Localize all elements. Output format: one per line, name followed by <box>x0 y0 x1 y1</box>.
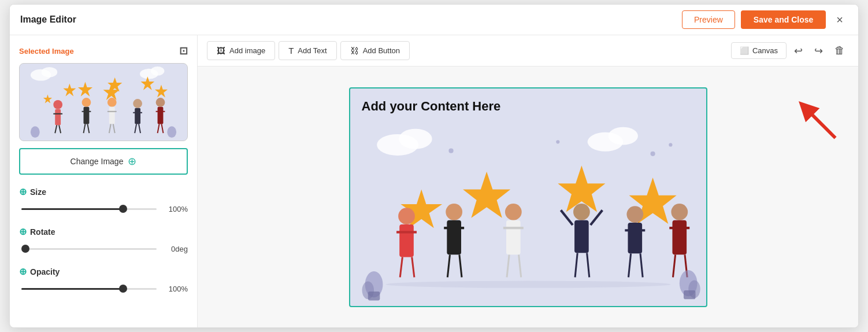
close-button[interactable]: × <box>832 12 848 28</box>
svg-point-4 <box>151 67 165 76</box>
svg-rect-87 <box>368 292 380 300</box>
canvas-button[interactable]: ⬜ Canvas <box>731 42 787 59</box>
add-text-button[interactable]: T Add Text <box>279 41 337 60</box>
svg-rect-88 <box>683 290 695 298</box>
svg-point-45 <box>556 140 559 143</box>
image-editor-modal: Image Editor Preview Save and Close × Se… <box>9 4 859 328</box>
add-image-icon: 🖼 <box>217 46 225 56</box>
svg-rect-74 <box>628 222 642 253</box>
rotate-label: Rotate <box>30 227 55 237</box>
canvas-toolbar: 🖼 Add image T Add Text ⛓ Add Button ⬜ Ca… <box>198 35 858 67</box>
svg-point-67 <box>573 204 590 220</box>
svg-rect-58 <box>447 220 461 254</box>
opacity-icon: ⊕ <box>19 266 27 277</box>
svg-point-37 <box>31 126 40 138</box>
plus-circle-icon: ⊕ <box>128 155 136 168</box>
svg-point-2 <box>42 67 58 78</box>
svg-point-89 <box>385 281 670 287</box>
canvas-svg <box>350 120 706 306</box>
rotate-slider-row: 0deg <box>19 243 188 254</box>
svg-rect-32 <box>158 107 164 124</box>
svg-rect-53 <box>399 224 414 257</box>
opacity-slider[interactable] <box>21 283 157 294</box>
add-button-label: Add Button <box>363 46 400 55</box>
selected-image-section: Selected Image ⊡ <box>19 45 188 57</box>
add-button-button[interactable]: ⛓ Add Button <box>340 41 410 60</box>
preview-button[interactable]: Preview <box>682 10 735 29</box>
canvas-content: Add your Content Here <box>198 67 858 327</box>
svg-point-26 <box>133 99 142 108</box>
canvas-content-text: Add your Content Here <box>362 99 501 114</box>
change-image-button[interactable]: Change Image ⊕ <box>19 148 188 175</box>
selected-image-label: Selected Image <box>19 47 74 56</box>
add-text-icon: T <box>288 46 294 56</box>
canvas-area: 🖼 Add image T Add Text ⛓ Add Button ⬜ Ca… <box>198 35 858 327</box>
svg-point-44 <box>448 148 453 153</box>
add-button-icon: ⛓ <box>350 46 359 56</box>
modal-body: Selected Image ⊡ <box>10 35 858 327</box>
svg-point-8 <box>53 100 62 109</box>
rotate-slider[interactable] <box>21 243 157 254</box>
canvas-icon: ⬜ <box>740 46 749 55</box>
svg-point-73 <box>626 206 643 223</box>
svg-point-78 <box>671 204 688 220</box>
size-value: 100% <box>164 205 188 213</box>
svg-point-43 <box>608 127 637 145</box>
opacity-slider-row: 100% <box>19 283 188 294</box>
svg-rect-15 <box>84 107 90 124</box>
header-actions: Preview Save and Close × <box>682 10 848 29</box>
canvas-btn-group: ⬜ Canvas ↩ ↪ 🗑 <box>731 42 849 60</box>
svg-point-52 <box>398 208 415 224</box>
svg-line-91 <box>806 108 835 138</box>
undo-button[interactable]: ↩ <box>790 42 807 60</box>
add-image-button[interactable]: 🖼 Add image <box>207 41 275 60</box>
svg-rect-68 <box>574 220 589 252</box>
svg-rect-79 <box>672 220 687 254</box>
rotate-icon: ⊕ <box>19 226 27 237</box>
opacity-label: Opacity <box>30 267 60 276</box>
svg-point-47 <box>669 143 672 146</box>
canvas-label: Canvas <box>752 46 778 55</box>
svg-rect-9 <box>55 109 61 126</box>
redo-button[interactable]: ↪ <box>810 42 827 60</box>
canvas-illustration <box>350 120 706 306</box>
svg-rect-63 <box>506 220 521 254</box>
svg-point-41 <box>399 128 432 149</box>
svg-point-31 <box>156 98 165 107</box>
rotate-section: ⊕ Rotate <box>19 226 188 237</box>
svg-point-20 <box>107 98 117 107</box>
sidebar: Selected Image ⊡ <box>10 35 198 327</box>
svg-point-62 <box>505 204 521 220</box>
svg-point-57 <box>446 204 462 220</box>
opacity-section: ⊕ Opacity <box>19 266 188 277</box>
change-image-label: Change Image <box>71 157 124 166</box>
svg-point-38 <box>167 126 176 138</box>
add-image-label: Add image <box>229 46 265 55</box>
size-icon: ⊕ <box>19 186 27 197</box>
size-section: ⊕ Size <box>19 186 188 197</box>
save-close-button[interactable]: Save and Close <box>741 10 826 29</box>
modal-title: Image Editor <box>20 14 76 25</box>
add-text-label: Add Text <box>298 46 327 55</box>
opacity-value: 100% <box>164 285 188 293</box>
image-preview <box>19 63 188 141</box>
rotate-value: 0deg <box>164 245 188 253</box>
svg-point-46 <box>650 151 655 156</box>
canvas-frame[interactable]: Add your Content Here <box>349 87 707 307</box>
size-slider-row: 100% <box>19 203 188 215</box>
size-label: Size <box>30 187 46 197</box>
delete-button[interactable]: 🗑 <box>830 42 849 60</box>
size-slider[interactable] <box>21 203 157 215</box>
preview-illustration <box>20 64 187 141</box>
svg-point-14 <box>82 98 91 107</box>
modal-header: Image Editor Preview Save and Close × <box>10 5 858 35</box>
crop-icon[interactable]: ⊡ <box>179 45 188 57</box>
svg-rect-21 <box>109 107 115 124</box>
svg-rect-27 <box>135 108 140 124</box>
red-arrow <box>796 98 842 145</box>
